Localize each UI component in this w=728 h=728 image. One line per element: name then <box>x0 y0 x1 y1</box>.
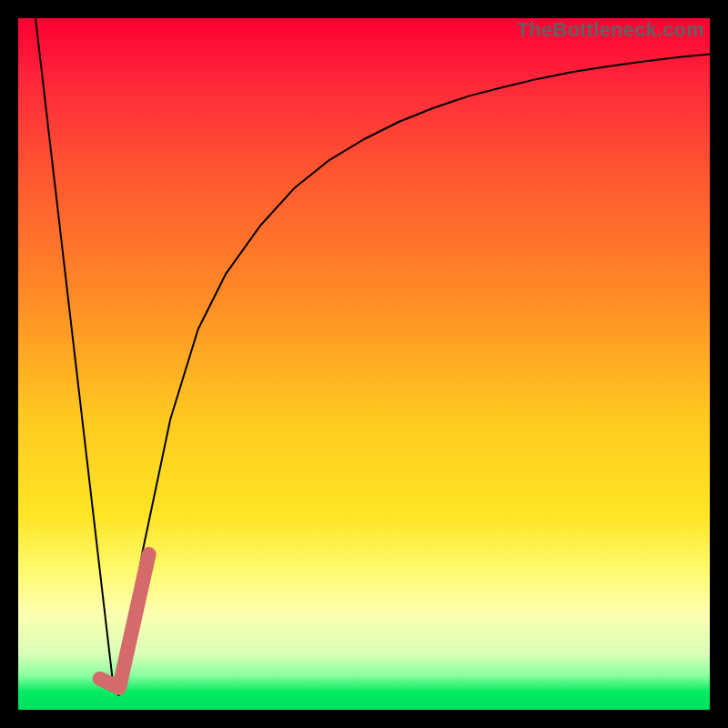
chart-frame: TheBottleneck.com <box>0 0 728 728</box>
attribution-watermark: TheBottleneck.com <box>517 18 704 42</box>
series-rising-curve <box>118 55 710 696</box>
plot-area: TheBottleneck.com <box>18 18 710 710</box>
series-notch-marker <box>100 554 149 688</box>
series-left-descent <box>35 18 114 689</box>
chart-svg <box>18 18 710 710</box>
series-group <box>35 18 710 696</box>
